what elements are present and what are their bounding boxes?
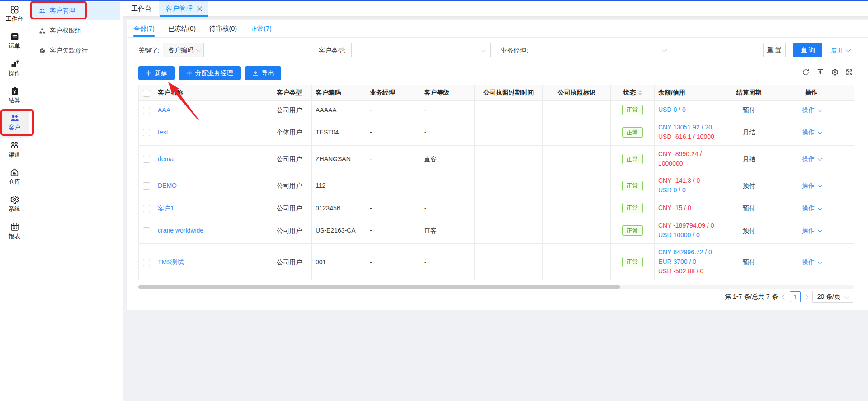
row-checkbox[interactable]: [143, 156, 150, 163]
cell-license_expire: [475, 101, 543, 119]
chevron-down-icon: [818, 205, 822, 210]
sidebar-item-org[interactable]: 客户权限组: [31, 22, 120, 40]
customer-type-select[interactable]: [351, 43, 491, 57]
customer-name-link[interactable]: 客户1: [158, 205, 174, 212]
chevron-down-icon: [818, 228, 822, 232]
cell-status: 正常: [611, 119, 655, 146]
keyword-field-select[interactable]: 客户编码: [163, 43, 204, 57]
fullscreen-icon[interactable]: [845, 68, 853, 76]
pagination: 第 1-7 条/总共 7 条 1 20 条/页: [725, 291, 853, 303]
row-checkbox[interactable]: [143, 227, 150, 234]
column-height-icon[interactable]: [816, 68, 824, 76]
table-row: AAA公司用户AAAAA--正常USD 0 / 0预付操作: [139, 101, 854, 119]
status-badge: 正常: [622, 257, 643, 267]
export-label: 导出: [262, 69, 274, 77]
next-page-button[interactable]: [803, 291, 810, 302]
cell-action: 操作: [769, 172, 854, 199]
select-all-checkbox[interactable]: [143, 90, 150, 97]
customer-name-link[interactable]: test: [158, 129, 168, 136]
tab-customer-management[interactable]: 客户管理: [159, 1, 208, 16]
cell-balance: CNY -141.3 / 0USD 0 / 0: [655, 172, 729, 199]
cell-balance: CNY -189794.09 / 0USD 10000 / 0: [655, 217, 729, 244]
column-header-license_flag: 公司执照标识: [543, 85, 611, 101]
row-actions-label: 操作: [802, 155, 815, 162]
rail-item-settlement[interactable]: 结算: [0, 84, 29, 111]
create-button[interactable]: 新建: [138, 66, 175, 80]
row-actions-dropdown[interactable]: 操作: [802, 227, 821, 234]
subtab-3[interactable]: 正常(7): [250, 20, 272, 38]
page-number-button[interactable]: 1: [790, 291, 801, 302]
page-size-select[interactable]: 20 条/页: [812, 291, 853, 303]
cell-manager: -: [366, 199, 420, 217]
cell-license_expire: [475, 199, 543, 217]
export-button[interactable]: 导出: [245, 66, 281, 80]
balance-line: EUR 3700 / 0: [658, 257, 725, 267]
keyword-input[interactable]: [203, 43, 308, 57]
prev-page-button[interactable]: [781, 291, 787, 302]
sorter-icon[interactable]: [638, 90, 642, 95]
close-icon[interactable]: [197, 6, 203, 12]
column-header-balance: 余额/信用: [655, 85, 729, 101]
page-size-value: 20 条/页: [817, 293, 840, 301]
rail-item-report[interactable]: 报表: [0, 220, 29, 247]
query-button[interactable]: 查 询: [793, 43, 822, 57]
sidebar-item-release[interactable]: 客户欠款放行: [31, 42, 120, 60]
rail-item-operations[interactable]: 操作: [0, 57, 29, 84]
column-header-label: 状态: [623, 89, 636, 97]
row-actions-dropdown[interactable]: 操作: [802, 155, 821, 162]
cell-level: -: [420, 172, 475, 199]
scrollbar-thumb[interactable]: [138, 285, 620, 289]
row-actions-dropdown[interactable]: 操作: [802, 129, 821, 136]
subtab-0[interactable]: 全部(7): [133, 20, 155, 38]
table-row: test个体用户TEST04--正常CNY 13051.92 / 20USD -…: [139, 119, 854, 146]
cell-name: TMS测试: [154, 244, 267, 280]
cell-status: 正常: [611, 101, 655, 119]
row-actions-dropdown[interactable]: 操作: [802, 182, 821, 189]
row-checkbox[interactable]: [143, 182, 150, 190]
customer-name-link[interactable]: AAA: [158, 106, 170, 114]
status-badge: 正常: [622, 203, 643, 213]
refresh-icon[interactable]: [802, 68, 810, 76]
row-checkbox[interactable]: [143, 205, 150, 212]
rail-item-channel[interactable]: 渠道: [0, 138, 29, 165]
customer-name-link[interactable]: dema: [158, 155, 174, 162]
table-row: DEMO公司用户112--正常CNY -141.3 / 0USD 0 / 0预付…: [139, 172, 854, 199]
row-checkbox[interactable]: [143, 107, 150, 114]
rail-item-warehouse[interactable]: 仓库: [0, 165, 29, 192]
subtab-1[interactable]: 已冻结(0): [168, 20, 196, 38]
rail-item-label: 运单: [9, 43, 20, 49]
customer-name-link[interactable]: crane worldwide: [158, 227, 203, 234]
row-checkbox[interactable]: [143, 129, 150, 136]
cell-level: -: [420, 101, 475, 119]
rail-item-workbench[interactable]: 工作台: [0, 2, 29, 29]
rail-item-label: 仓库: [9, 178, 20, 185]
rail-item-customer[interactable]: 客户: [0, 111, 29, 138]
cell-license_flag: [543, 146, 611, 172]
create-label: 新建: [155, 69, 167, 77]
rail-item-system[interactable]: 系统: [0, 192, 29, 220]
customer-name-link[interactable]: TMS测试: [158, 258, 184, 266]
row-actions-dropdown[interactable]: 操作: [802, 258, 821, 266]
row-actions-dropdown[interactable]: 操作: [802, 106, 821, 114]
horizontal-scrollbar[interactable]: [138, 285, 854, 289]
cell-cycle: 预付: [729, 101, 769, 119]
tab-workbench[interactable]: 工作台: [123, 1, 159, 16]
rail-item-waybill[interactable]: 运单: [0, 29, 29, 57]
settings-icon[interactable]: [830, 68, 839, 76]
rail-item-label: 系统: [9, 205, 20, 212]
cell-code: TEST04: [312, 119, 366, 146]
reset-button[interactable]: 重 置: [763, 43, 786, 57]
row-actions-dropdown[interactable]: 操作: [802, 205, 821, 212]
subtab-2[interactable]: 待审核(0): [209, 20, 237, 38]
sidebar-item-customers[interactable]: 客户管理: [31, 2, 120, 20]
column-header-status[interactable]: 状态: [611, 85, 655, 101]
business-manager-select[interactable]: [533, 43, 671, 57]
balance-line: USD 0 / 0: [658, 105, 725, 115]
assign-manager-button[interactable]: 分配业务经理: [179, 66, 241, 80]
balance-line: CNY -15 / 0: [658, 203, 725, 213]
row-checkbox[interactable]: [143, 259, 150, 266]
status-badge: 正常: [622, 127, 643, 138]
expand-toggle[interactable]: 展开: [831, 43, 849, 57]
cell-balance: CNY -15 / 0: [655, 199, 729, 217]
customer-name-link[interactable]: DEMO: [158, 182, 177, 189]
